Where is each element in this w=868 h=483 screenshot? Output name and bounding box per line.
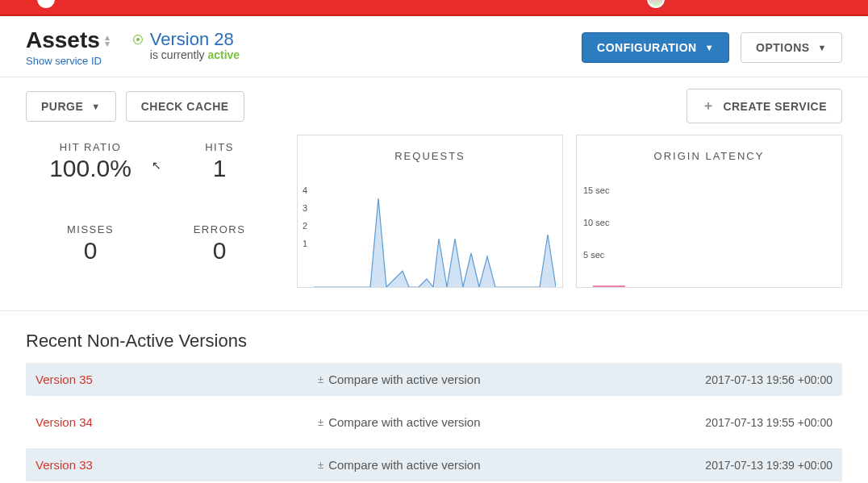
compare-icon: ± <box>318 459 323 471</box>
compare-link[interactable]: ±Compare with active version <box>318 373 705 386</box>
options-label: OPTIONS <box>756 41 810 54</box>
version-row[interactable]: Version 34 ±Compare with active version … <box>26 406 842 439</box>
chevron-down-icon: ▼ <box>818 43 827 52</box>
latency-chart-title: ORIGIN LATENCY <box>577 135 841 169</box>
avatar[interactable] <box>647 0 665 8</box>
recent-versions-section: Recent Non-Active Versions Version 35 ±C… <box>0 311 868 481</box>
check-cache-button[interactable]: CHECK CACHE <box>126 91 244 122</box>
requests-sparkline <box>314 190 556 287</box>
stats-row: HIT RATIO 100.0% HITS 1 MISSES 0 ERRORS … <box>0 135 868 302</box>
version-timestamp: 2017-07-13 19:56 +00:00 <box>705 373 833 386</box>
hit-ratio-value: 100.0% <box>49 155 131 182</box>
show-service-id-link[interactable]: Show service ID <box>26 55 110 67</box>
service-switcher-icon[interactable]: ▴▾ <box>105 34 110 47</box>
y-tick: 3 <box>303 203 307 213</box>
configuration-button[interactable]: CONFIGURATION ▼ <box>582 32 729 63</box>
version-timestamp: 2017-07-13 19:39 +00:00 <box>705 459 833 472</box>
version-row[interactable]: Version 33 ±Compare with active version … <box>26 448 842 481</box>
logo-circle <box>37 0 55 8</box>
service-name[interactable]: Assets <box>26 27 100 53</box>
options-button[interactable]: OPTIONS ▼ <box>741 32 842 63</box>
errors-label: ERRORS <box>194 223 246 235</box>
compare-link[interactable]: ±Compare with active version <box>318 458 705 472</box>
compare-label: Compare with active version <box>328 415 480 429</box>
version-name[interactable]: Version 35 <box>35 373 318 386</box>
service-header: Assets ▴▾ Show service ID ⦿ Version 28 i… <box>0 16 868 77</box>
plus-icon: ＋ <box>702 98 716 115</box>
y-tick: 1 <box>303 239 307 248</box>
compare-icon: ± <box>318 416 323 428</box>
latency-sparkline <box>593 190 835 287</box>
latency-chart: ORIGIN LATENCY 15 sec 10 sec 5 sec <box>576 135 842 288</box>
active-status-text: is currently active <box>150 48 240 61</box>
active-word: active <box>207 48 240 61</box>
hits-value: 1 <box>213 155 227 182</box>
compare-icon: ± <box>318 373 323 385</box>
hit-ratio-label: HIT RATIO <box>60 141 122 153</box>
misses-label: MISSES <box>67 223 114 235</box>
recent-versions-title: Recent Non-Active Versions <box>26 331 842 352</box>
active-prefix: is currently <box>150 48 208 61</box>
compare-link[interactable]: ±Compare with active version <box>318 415 705 429</box>
version-link[interactable]: Version 28 <box>150 29 234 50</box>
y-tick: 2 <box>303 221 307 231</box>
version-row[interactable]: Version 35 ±Compare with active version … <box>26 363 842 396</box>
chevron-down-icon: ▼ <box>91 102 100 111</box>
errors-value: 0 <box>213 237 227 264</box>
requests-chart-title: REQUESTS <box>298 135 562 169</box>
purge-button[interactable]: PURGE ▼ <box>26 91 116 122</box>
mini-stats: HIT RATIO 100.0% HITS 1 MISSES 0 ERRORS … <box>26 135 284 288</box>
action-toolbar: PURGE ▼ CHECK CACHE ＋ CREATE SERVICE <box>0 77 868 135</box>
create-service-button[interactable]: ＋ CREATE SERVICE <box>686 89 842 123</box>
version-name[interactable]: Version 33 <box>35 458 318 472</box>
misses-value: 0 <box>84 237 98 264</box>
compare-label: Compare with active version <box>328 373 480 386</box>
active-indicator-icon: ⦿ <box>132 33 144 46</box>
requests-y-axis: 4 3 2 1 <box>303 185 307 248</box>
create-service-label: CREATE SERVICE <box>723 100 827 113</box>
version-timestamp: 2017-07-13 19:55 +00:00 <box>705 416 833 429</box>
requests-chart: REQUESTS 4 3 2 1 <box>297 135 563 288</box>
compare-label: Compare with active version <box>328 458 480 472</box>
top-nav-bar <box>0 0 868 16</box>
y-tick: 4 <box>303 185 307 195</box>
check-cache-label: CHECK CACHE <box>141 100 229 113</box>
configuration-label: CONFIGURATION <box>597 41 697 54</box>
chevron-down-icon: ▼ <box>705 43 714 52</box>
version-name[interactable]: Version 34 <box>35 415 318 429</box>
purge-label: PURGE <box>41 100 83 113</box>
hits-label: HITS <box>205 141 234 153</box>
